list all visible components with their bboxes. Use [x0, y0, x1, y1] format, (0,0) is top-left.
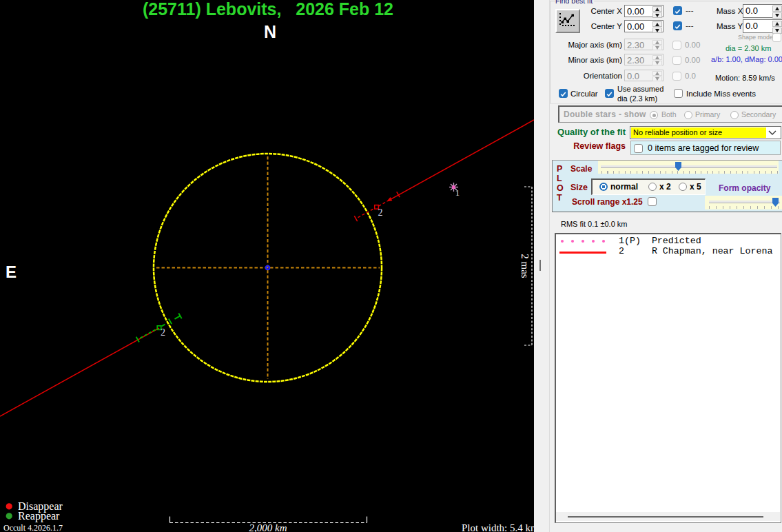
svg-text:2: 2	[161, 327, 165, 338]
svg-text:Plot width: 5.4 km: Plot width: 5.4 km	[462, 522, 534, 532]
svg-text:2 mas: 2 mas	[519, 254, 531, 278]
svg-text:1: 1	[455, 187, 460, 198]
svg-text:N: N	[264, 22, 276, 41]
svg-text:(25711) Lebovits, 2026 Feb 1: (25711) Lebovits, 2026 Feb 12	[143, 0, 393, 19]
svg-text:Reappear: Reappear	[18, 510, 60, 522]
svg-text:2,000 km: 2,000 km	[249, 522, 287, 532]
svg-text:Occult 4.2026.1.7: Occult 4.2026.1.7	[3, 523, 63, 532]
svg-text:2: 2	[378, 207, 383, 218]
svg-text:E: E	[6, 263, 17, 281]
